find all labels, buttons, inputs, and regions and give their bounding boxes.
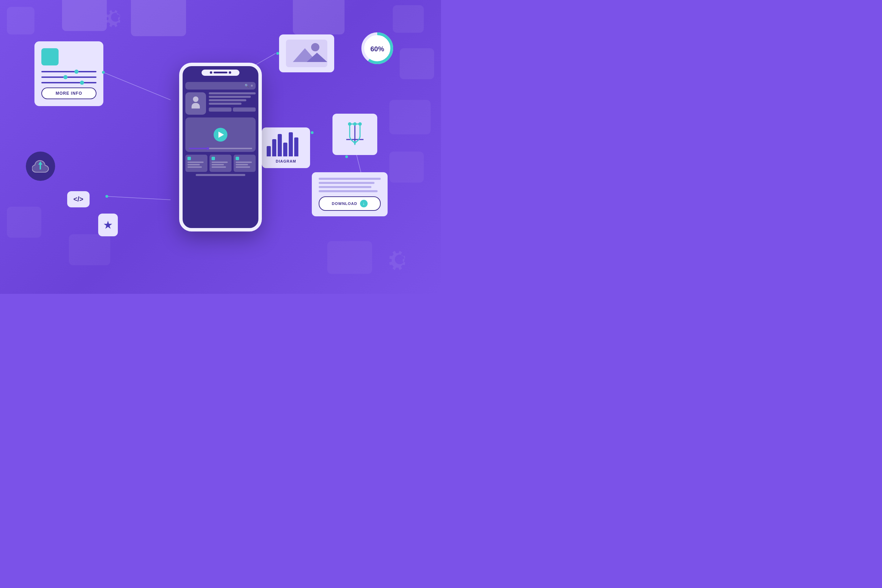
color-block	[41, 48, 58, 66]
download-button[interactable]: DOWNLOAD ↓	[319, 196, 381, 211]
cloud-upload-icon	[32, 159, 49, 174]
phone-speaker	[214, 72, 227, 74]
slider-thumb-3[interactable]	[80, 81, 84, 85]
more-info-button[interactable]: MORE INFO	[41, 87, 96, 99]
phone-avatar	[185, 92, 206, 115]
phone-grid	[185, 154, 256, 172]
download-lines	[319, 178, 381, 192]
slider-row-1	[41, 71, 96, 72]
diagram-label: DIAGRAM	[267, 159, 305, 163]
conn-dot-4	[311, 131, 314, 134]
mountain-image-icon	[286, 40, 327, 67]
phone-profile-text	[209, 92, 256, 115]
grid-item-icon-2	[212, 157, 215, 160]
phone-search-bar: 🔍 ≡	[185, 82, 256, 90]
star-icon: ★	[103, 218, 113, 231]
bg-square-2	[62, 0, 107, 31]
svg-point-17	[358, 122, 362, 126]
conn-dot-5	[345, 155, 348, 158]
bg-square-5	[393, 5, 424, 33]
phone-dot-1	[210, 71, 212, 74]
diagram-bar-3	[278, 134, 282, 156]
svg-point-16	[348, 122, 351, 126]
download-line-4	[319, 190, 378, 192]
svg-point-7	[311, 43, 320, 51]
code-tag-symbol: </>	[74, 195, 83, 203]
conn-dot-2	[105, 195, 108, 198]
bg-square-11	[327, 241, 372, 274]
diagram-bar-6	[294, 138, 298, 156]
svg-line-0	[104, 72, 171, 100]
phone-body: 🔍 ≡	[179, 63, 262, 231]
slider-row-3	[41, 82, 96, 83]
phone-text-line-1	[209, 92, 256, 94]
phone-text-line-4	[209, 103, 242, 105]
phone-text-line-2	[209, 96, 251, 98]
phone-grid-item-2	[210, 154, 231, 172]
grid-item-line-1c	[188, 166, 202, 168]
download-line-1	[319, 178, 381, 180]
diagram-bar-4	[283, 142, 287, 156]
bg-square-1	[7, 7, 34, 34]
avatar-head	[193, 96, 198, 102]
phone-notch	[201, 70, 240, 76]
phone-btn-1	[209, 108, 231, 112]
phone-grid-item-1	[185, 154, 207, 172]
diagram-bar-2	[272, 139, 276, 156]
progress-percentage: 60%	[370, 45, 384, 53]
play-button[interactable]	[214, 128, 227, 142]
grid-item-line-3b	[236, 164, 248, 165]
slider-row-2	[41, 76, 96, 78]
download-arrow-icon: ↓	[360, 200, 368, 207]
settings-card: MORE INFO	[34, 41, 104, 106]
download-card: DOWNLOAD ↓	[312, 172, 388, 216]
progress-circle-wrapper: 60%	[360, 31, 394, 67]
phone-button-row	[209, 108, 256, 112]
grid-item-line-2a	[212, 162, 228, 163]
grid-item-icon-3	[236, 157, 239, 160]
pen-tool-icon	[341, 120, 369, 148]
grid-item-icon-1	[188, 157, 191, 160]
phone-progress-bar	[189, 148, 252, 149]
gear-icon-top	[104, 5, 128, 29]
grid-item-line-3a	[236, 162, 252, 163]
cloud-upload-circle[interactable]	[26, 152, 55, 181]
diagram-bar-1	[267, 146, 271, 156]
slider-track-1	[41, 71, 96, 72]
download-line-2	[319, 182, 375, 184]
bg-square-10	[69, 234, 110, 265]
avatar-person	[190, 96, 201, 110]
slider-thumb-1[interactable]	[74, 70, 78, 74]
bg-square-9	[7, 207, 41, 238]
bg-square-8	[389, 152, 424, 183]
grid-item-line-2b	[212, 164, 224, 165]
svg-line-1	[107, 196, 171, 200]
download-line-3	[319, 186, 371, 188]
grid-item-line-2c	[212, 166, 226, 168]
download-button-label: DOWNLOAD	[332, 201, 357, 206]
code-tag-card: </>	[67, 191, 90, 207]
phone-progress-dot	[206, 147, 209, 150]
star-card: ★	[98, 214, 118, 236]
phone-dot-2	[229, 71, 231, 74]
background: MORE INFO </> ★ 🔍	[0, 0, 441, 294]
phone-btn-2	[233, 108, 256, 112]
bg-square-4	[293, 0, 345, 34]
bg-square-3	[131, 0, 186, 36]
slider-track-3	[41, 82, 96, 83]
svg-point-15	[353, 122, 357, 126]
phone-menu-icon: ≡	[251, 84, 253, 87]
slider-thumb-2[interactable]	[63, 75, 68, 79]
bg-square-7	[389, 100, 430, 134]
phone-profile-section	[185, 92, 256, 115]
phone-mockup: 🔍 ≡	[179, 63, 262, 231]
phone-screen: 🔍 ≡	[183, 79, 258, 228]
pen-tool-card	[333, 114, 377, 155]
diagram-bars	[267, 132, 305, 156]
diagram-card: DIAGRAM	[262, 128, 310, 168]
phone-bottom-bar	[196, 174, 245, 176]
gear-icon-bottom-right	[386, 246, 413, 273]
phone-text-line-3	[209, 99, 246, 101]
grid-item-line-1a	[188, 162, 204, 163]
avatar-body	[192, 103, 200, 108]
